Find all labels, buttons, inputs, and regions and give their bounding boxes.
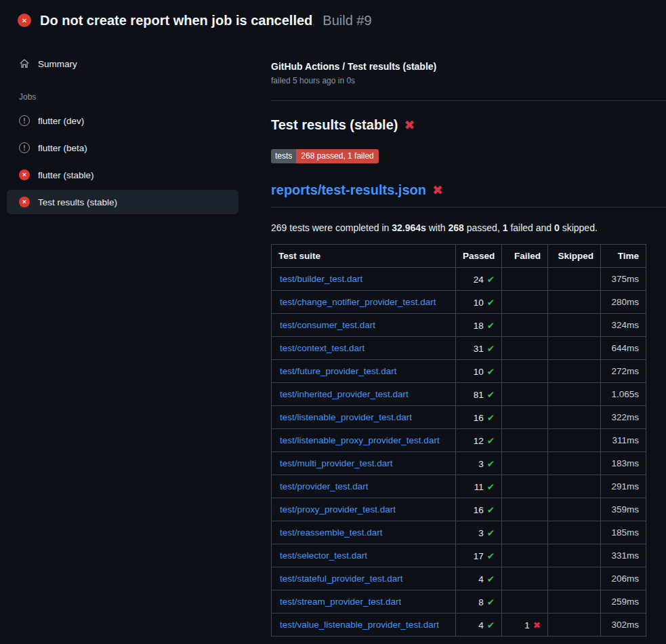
summary-part: skipped. bbox=[560, 222, 598, 233]
test-suite-cell: test/reassemble_test.dart bbox=[272, 521, 456, 544]
passed-cell: 12✔ bbox=[456, 429, 502, 452]
test-suite-link[interactable]: test/change_notifier_provider_test.dart bbox=[280, 297, 436, 307]
time-cell: 280ms bbox=[601, 291, 646, 314]
divider bbox=[271, 100, 666, 101]
time-cell: 183ms bbox=[601, 452, 646, 475]
sidebar-item-test-results-stable[interactable]: ✕ Test results (stable) bbox=[7, 190, 238, 214]
time-cell: 359ms bbox=[601, 498, 646, 521]
passed-cell: 4✔ bbox=[456, 567, 502, 590]
test-suite-link[interactable]: test/consumer_test.dart bbox=[280, 320, 375, 330]
passed-count: 4 bbox=[478, 574, 484, 584]
test-suite-link[interactable]: test/listenable_provider_test.dart bbox=[280, 412, 412, 422]
failed-cell bbox=[502, 291, 548, 314]
check-icon: ✔ bbox=[487, 620, 495, 630]
report-link[interactable]: reports/test-results.json bbox=[271, 182, 426, 198]
passed-cell: 10✔ bbox=[456, 291, 502, 314]
skipped-cell bbox=[548, 613, 601, 637]
jobs-section-label: Jobs bbox=[19, 92, 238, 102]
table-row: test/consumer_test.dart18✔324ms bbox=[272, 314, 646, 337]
test-suite-link[interactable]: test/inherited_provider_test.dart bbox=[280, 389, 409, 399]
passed-cell: 4✔ bbox=[456, 613, 502, 637]
failed-cell bbox=[502, 383, 548, 406]
x-circle-icon: ✕ bbox=[19, 197, 30, 207]
skipped-cell bbox=[548, 452, 601, 475]
passed-cell: 3✔ bbox=[456, 452, 502, 475]
time-cell: 272ms bbox=[601, 360, 646, 383]
passed-count: 16 bbox=[474, 505, 484, 515]
skipped-cell bbox=[548, 544, 601, 567]
skipped-cell bbox=[548, 268, 601, 291]
table-row: test/change_notifier_provider_test.dart1… bbox=[272, 291, 646, 314]
test-suite-link[interactable]: test/selector_test.dart bbox=[280, 550, 367, 561]
home-icon bbox=[19, 58, 30, 69]
check-icon: ✔ bbox=[487, 482, 495, 492]
sidebar-item-flutter-beta[interactable]: ! flutter (beta) bbox=[7, 136, 238, 160]
test-suite-cell: test/value_listenable_provider_test.dart bbox=[272, 613, 456, 637]
failed-cell: 1✖ bbox=[502, 613, 548, 637]
summary-part: 32.964s bbox=[392, 222, 426, 233]
summary-line: 269 tests were completed in 32.964s with… bbox=[271, 222, 666, 233]
passed-cell: 16✔ bbox=[456, 498, 502, 521]
breadcrumb: GitHub Actions / Test results (stable) bbox=[271, 61, 666, 72]
check-icon: ✔ bbox=[487, 459, 495, 469]
test-suite-cell: test/context_test.dart bbox=[272, 337, 456, 360]
divider bbox=[271, 207, 666, 207]
job-label: flutter (dev) bbox=[38, 116, 84, 126]
job-label: flutter (stable) bbox=[38, 170, 94, 180]
test-suite-cell: test/consumer_test.dart bbox=[272, 314, 456, 337]
run-meta: failed 5 hours ago in 0s bbox=[271, 76, 666, 85]
passed-cell: 10✔ bbox=[456, 360, 502, 383]
passed-cell: 8✔ bbox=[456, 590, 502, 613]
x-circle-icon: ✕ bbox=[18, 14, 31, 27]
summary-part: 269 tests were completed in bbox=[271, 222, 392, 233]
test-suite-link[interactable]: test/reassemble_test.dart bbox=[280, 527, 383, 538]
check-icon: ✔ bbox=[487, 413, 495, 423]
failed-cell bbox=[502, 498, 548, 521]
passed-cell: 31✔ bbox=[456, 337, 502, 360]
tests-badge[interactable]: tests 268 passed, 1 failed bbox=[271, 149, 379, 163]
check-icon: ✔ bbox=[487, 367, 495, 377]
test-suite-link[interactable]: test/context_test.dart bbox=[280, 343, 365, 353]
test-suite-cell: test/stateful_provider_test.dart bbox=[272, 567, 456, 590]
skipped-cell bbox=[548, 475, 601, 498]
passed-count: 31 bbox=[474, 344, 484, 354]
test-suite-link[interactable]: test/builder_test.dart bbox=[280, 274, 362, 284]
table-row: test/reassemble_test.dart3✔185ms bbox=[272, 521, 646, 544]
x-circle-icon: ✕ bbox=[19, 169, 30, 180]
table-row: test/stream_provider_test.dart8✔259ms bbox=[272, 590, 646, 613]
test-suite-link[interactable]: test/future_provider_test.dart bbox=[280, 366, 397, 376]
skipped-cell bbox=[548, 291, 601, 314]
check-icon: ✔ bbox=[487, 597, 495, 607]
failed-cell bbox=[502, 567, 548, 590]
sidebar-item-summary[interactable]: Summary bbox=[7, 52, 238, 76]
col-header-skipped: Skipped bbox=[548, 245, 601, 268]
test-suite-link[interactable]: test/stream_provider_test.dart bbox=[280, 597, 401, 607]
job-label: flutter (beta) bbox=[38, 143, 87, 153]
table-row: test/listenable_proxy_provider_test.dart… bbox=[272, 429, 646, 452]
passed-cell: 11✔ bbox=[456, 475, 502, 498]
test-suite-link[interactable]: test/proxy_provider_test.dart bbox=[280, 504, 396, 515]
check-icon: ✔ bbox=[487, 528, 495, 538]
table-row: test/context_test.dart31✔644ms bbox=[272, 337, 646, 360]
test-suite-link[interactable]: test/value_listenable_provider_test.dart bbox=[280, 620, 439, 630]
sidebar: Summary Jobs ! flutter (dev) ! flutter (… bbox=[0, 38, 271, 214]
col-header-passed: Passed bbox=[456, 245, 502, 268]
passed-cell: 16✔ bbox=[456, 406, 502, 429]
test-suite-link[interactable]: test/provider_test.dart bbox=[280, 481, 369, 491]
test-suite-link[interactable]: test/multi_provider_test.dart bbox=[280, 458, 393, 468]
test-suite-link[interactable]: test/stateful_provider_test.dart bbox=[280, 573, 403, 584]
skipped-cell bbox=[548, 360, 601, 383]
table-row: test/proxy_provider_test.dart16✔359ms bbox=[272, 498, 646, 521]
time-cell: 185ms bbox=[601, 521, 646, 544]
test-suite-cell: test/proxy_provider_test.dart bbox=[272, 498, 456, 521]
failed-cell bbox=[502, 360, 548, 383]
sidebar-item-flutter-stable[interactable]: ✕ flutter (stable) bbox=[7, 163, 238, 187]
test-suite-link[interactable]: test/listenable_proxy_provider_test.dart bbox=[280, 435, 440, 445]
sidebar-item-flutter-dev[interactable]: ! flutter (dev) bbox=[7, 108, 238, 133]
main-content: GitHub Actions / Test results (stable) f… bbox=[271, 38, 666, 637]
summary-part: failed and bbox=[508, 222, 555, 233]
passed-cell: 81✔ bbox=[456, 383, 502, 406]
passed-count: 12 bbox=[474, 436, 484, 446]
sidebar-summary-label: Summary bbox=[38, 59, 77, 69]
summary-part: 0 bbox=[554, 222, 560, 233]
